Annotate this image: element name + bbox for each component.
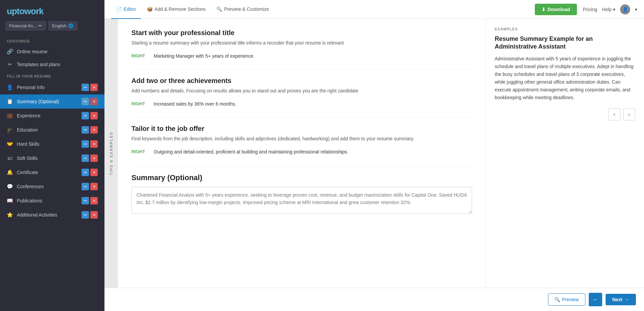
language-button[interactable]: English 🌐	[49, 21, 78, 30]
sidebar-item-online-resume[interactable]: 🔗 Online resume	[0, 45, 104, 58]
scissors-icon: ✂	[7, 61, 13, 67]
editor-content: Start with your professional title Start…	[118, 19, 486, 288]
tip1-right-text: Marketing Manager with 5+ years of exper…	[154, 53, 254, 60]
tip1-title: Start with your professional title	[131, 29, 472, 37]
edit-section-button[interactable]: ✏	[82, 140, 89, 148]
delete-section-button[interactable]: ✕	[90, 126, 98, 134]
back-button[interactable]: ←	[589, 293, 602, 306]
item-actions: ✏ ✕	[82, 197, 98, 204]
globe-icon: 🌐	[68, 23, 73, 28]
edit-section-button[interactable]: ✏	[82, 84, 89, 91]
book-icon: 📖	[7, 198, 13, 204]
item-actions: ✏ ✕	[82, 154, 98, 162]
sidebar-item-conferences[interactable]: 💬 Conferences ✏ ✕	[0, 179, 104, 194]
sidebar-item-label: Education	[17, 127, 78, 133]
next-button[interactable]: Next →	[606, 294, 636, 305]
preview-button[interactable]: 🔍 Preview	[548, 293, 585, 306]
examples-card-text: Administrative Assistant with 5 years of…	[495, 55, 635, 102]
tip2-example: RIGHT Increased sales by 36% over 6 mont…	[131, 101, 472, 108]
help-link[interactable]: Help ▾	[602, 7, 615, 12]
tip2-right-label: RIGHT	[131, 101, 148, 106]
sidebar-item-summary[interactable]: 📋 Summary (Optional) ✏ ✕	[0, 94, 104, 109]
delete-section-button[interactable]: ✕	[90, 112, 98, 119]
bell-icon: 🔔	[7, 169, 13, 175]
examples-navigation: ‹ ›	[495, 108, 635, 120]
sidebar-item-templates-plans[interactable]: ✂ Templates and plans	[0, 58, 104, 71]
sidebar-item-education[interactable]: 🎓 Education ✏ ✕	[0, 123, 104, 137]
sidebar-item-label: Hard Skills	[17, 141, 78, 147]
chevron-down-icon-user: ▾	[635, 7, 637, 12]
sidebar-item-label: Online resume	[17, 49, 98, 54]
delete-section-button[interactable]: ✕	[90, 84, 98, 91]
sidebar-item-personal-info[interactable]: 👤 Personal Info ✏ ✕	[0, 80, 104, 94]
item-actions: ✏ ✕	[82, 169, 98, 176]
download-button[interactable]: ⬇ Download	[535, 4, 577, 15]
delete-section-button[interactable]: ✕	[90, 98, 98, 105]
summary-textarea[interactable]	[131, 187, 472, 214]
main-area: 📄 Editor 📦 Add & Remove Sections 🔍 Previ…	[104, 0, 644, 311]
tip2-title: Add two or three achievements	[131, 77, 472, 85]
sidebar-item-certificate[interactable]: 🔔 Certificate ✏ ✕	[0, 165, 104, 179]
fill-section-label: FILL IN YOUR RESUME	[0, 71, 104, 80]
delete-section-button[interactable]: ✕	[90, 183, 98, 190]
edit-section-button[interactable]: ✏	[82, 154, 89, 162]
tip2-desc: Add numbers and details. Focusing on res…	[131, 87, 472, 94]
tab-preview-customize[interactable]: 🔍 Preview & Customize	[212, 0, 274, 19]
sidebar-item-soft-skills[interactable]: 🏷 Soft Skills ✏ ✕	[0, 151, 104, 165]
item-actions: ✏ ✕	[82, 140, 98, 148]
tab-add-remove[interactable]: 📦 Add & Remove Sections	[142, 0, 211, 19]
divider-2	[131, 117, 472, 117]
sidebar-item-hard-skills[interactable]: 🤝 Hard Skills ✏ ✕	[0, 137, 104, 151]
edit-section-button[interactable]: ✏	[82, 126, 89, 134]
sidebar-item-label: Experience	[17, 113, 78, 118]
examples-panel: EXAMPLES Resume Summary Example for an A…	[486, 19, 644, 288]
tab-editor-label: Editor	[124, 6, 136, 12]
add-remove-tab-icon: 📦	[147, 6, 153, 12]
examples-next-button[interactable]: ›	[623, 108, 635, 120]
chevron-down-icon: ▾	[613, 7, 615, 12]
edit-section-button[interactable]: ✏	[82, 197, 89, 204]
pricing-link[interactable]: Pricing	[583, 7, 597, 12]
resume-name-button[interactable]: Financial An... ✏	[5, 21, 46, 30]
delete-section-button[interactable]: ✕	[90, 197, 98, 204]
tip1-desc: Starting a resume summary with your prof…	[131, 39, 472, 47]
next-arrow-icon: →	[624, 297, 629, 302]
delete-section-button[interactable]: ✕	[90, 140, 98, 148]
handshake-icon: 🤝	[7, 141, 13, 147]
item-actions: ✏ ✕	[82, 183, 98, 190]
sidebar-item-publications[interactable]: 📖 Publications ✏ ✕	[0, 194, 104, 208]
tab-editor[interactable]: 📄 Editor	[111, 0, 141, 19]
delete-section-button[interactable]: ✕	[90, 211, 98, 219]
chat-icon: 💬	[7, 183, 13, 190]
tip3-title: Tailor it to the job offer	[131, 125, 472, 133]
examples-prev-button[interactable]: ‹	[608, 108, 620, 120]
tag-icon: 🏷	[7, 156, 13, 161]
user-avatar[interactable]: 👤	[620, 4, 630, 15]
edit-section-button[interactable]: ✏	[82, 169, 89, 176]
back-arrow-icon: ←	[592, 296, 599, 303]
summary-section-title: Summary (Optional)	[131, 173, 472, 182]
edit-section-button[interactable]: ✏	[82, 211, 89, 219]
item-actions: ✏ ✕	[82, 112, 98, 119]
edit-icon: ✏	[38, 23, 42, 28]
preview-icon: 🔍	[554, 297, 560, 302]
link-icon: 🔗	[7, 49, 13, 55]
delete-section-button[interactable]: ✕	[90, 154, 98, 162]
sidebar-item-additional-activities[interactable]: ⭐ Additional Activities ✏ ✕	[0, 208, 104, 222]
item-actions: ✏ ✕	[82, 211, 98, 219]
sidebar-item-experience[interactable]: 💼 Experience ✏ ✕	[0, 109, 104, 123]
top-navigation: 📄 Editor 📦 Add & Remove Sections 🔍 Previ…	[104, 0, 644, 19]
edit-section-button[interactable]: ✏	[82, 98, 89, 105]
delete-section-button[interactable]: ✕	[90, 169, 98, 176]
next-label: Next	[612, 297, 622, 302]
edit-section-button[interactable]: ✏	[82, 112, 89, 119]
sidebar-item-label: Conferences	[17, 184, 78, 189]
tip3-right-text: Outgoing and detail-oriented, proficient…	[154, 148, 348, 156]
star-icon: ⭐	[7, 212, 13, 218]
tip1-right-label: RIGHT	[131, 53, 148, 58]
tab-add-remove-label: Add & Remove Sections	[155, 6, 206, 12]
clipboard-icon: 📋	[7, 98, 13, 105]
edit-section-button[interactable]: ✏	[82, 183, 89, 190]
divider-1	[131, 69, 472, 69]
tips-panel: TIPS & EXAMPLES	[104, 19, 118, 288]
